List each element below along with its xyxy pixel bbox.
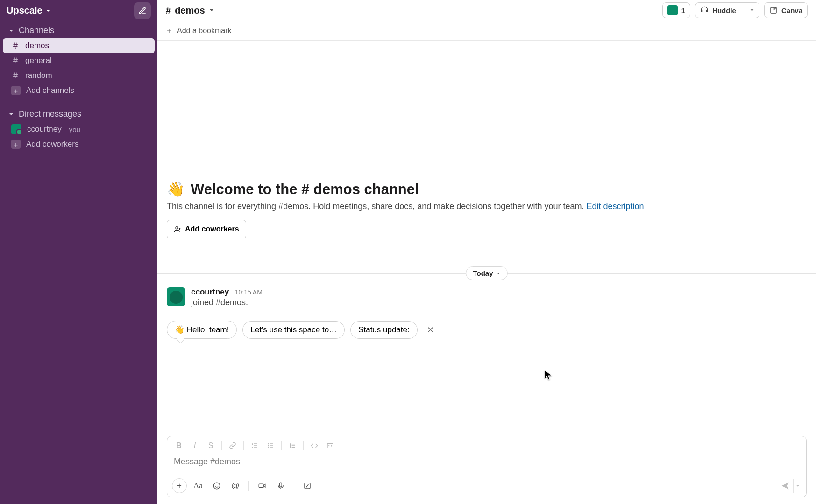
bullet-list-button[interactable] [263, 439, 277, 452]
canvas-button[interactable]: Canva [764, 2, 808, 18]
message-scroll-area[interactable]: 👋 Welcome to the # demos channel This ch… [157, 41, 816, 436]
channel-list: # demos # general # random + Add channel… [0, 38, 157, 98]
avatar[interactable] [167, 287, 185, 306]
hash-icon: # [166, 5, 171, 16]
code-icon [311, 442, 318, 449]
format-toggle-button[interactable]: Aa [191, 478, 206, 493]
add-coworkers-button[interactable]: Add coworkers [167, 220, 246, 238]
dm-label: Direct messages [19, 109, 81, 119]
bullet-list-icon [267, 442, 274, 449]
dm-section-header[interactable]: Direct messages [0, 105, 157, 122]
chevron-down-icon [750, 8, 754, 13]
add-channels-label: Add channels [26, 86, 74, 95]
svg-point-1 [176, 227, 178, 229]
emoji-button[interactable] [209, 478, 224, 493]
dm-item-self[interactable]: ccourtney you [3, 122, 155, 137]
main: # demos 1 Huddle Canva [157, 0, 816, 504]
video-button[interactable] [255, 478, 270, 493]
suggestion-row: 👋 Hello, team! Let's use this space to… … [157, 310, 816, 343]
member-count-button[interactable]: 1 [662, 2, 690, 18]
add-coworkers-label: Add coworkers [26, 140, 78, 149]
message-author[interactable]: ccourtney [191, 287, 229, 296]
channel-title: demos [175, 5, 205, 16]
channel-name: general [25, 56, 52, 65]
svg-rect-7 [259, 484, 263, 488]
add-bookmark[interactable]: Add a bookmark [157, 21, 816, 41]
channel-item-demos[interactable]: # demos [3, 38, 155, 53]
bold-button[interactable]: B [172, 439, 186, 452]
add-channels[interactable]: + Add channels [3, 83, 155, 98]
canvas-label: Canva [781, 7, 802, 14]
workspace-name: Upscale [7, 5, 43, 16]
blockquote-button[interactable] [285, 439, 299, 452]
caret-down-icon [8, 112, 14, 117]
channel-name: demos [25, 41, 49, 50]
huddle-button[interactable]: Huddle [695, 2, 759, 18]
blockquote-icon [289, 442, 296, 449]
plus-icon [166, 28, 172, 34]
channel-item-general[interactable]: # general [3, 53, 155, 68]
suggestion-hello[interactable]: 👋 Hello, team! [167, 321, 237, 339]
dismiss-suggestions[interactable]: ✕ [423, 323, 438, 337]
channels-section-header[interactable]: Channels [0, 21, 157, 38]
channel-item-random[interactable]: # random [3, 68, 155, 83]
member-count: 1 [681, 7, 685, 14]
add-coworkers[interactable]: + Add coworkers [3, 137, 155, 152]
svg-point-2 [268, 443, 269, 444]
channels-label: Channels [19, 26, 54, 35]
caret-down-icon [8, 28, 14, 34]
ordered-list-button[interactable] [248, 439, 262, 452]
workspace-switcher[interactable]: Upscale [7, 5, 51, 16]
huddle-menu[interactable] [745, 3, 759, 18]
compose-icon [138, 7, 147, 15]
add-person-icon [174, 225, 181, 233]
message-row[interactable]: ccourtney 10:15 AM joined #demos. [157, 285, 816, 310]
date-label: Today [473, 269, 493, 277]
audio-button[interactable] [273, 478, 288, 493]
date-divider: Today [157, 266, 816, 280]
chevron-down-icon [45, 8, 51, 14]
channel-welcome: 👋 Welcome to the # demos channel This ch… [157, 41, 816, 250]
plus-icon: + [11, 86, 21, 95]
dm-list: ccourtney you + Add coworkers [0, 122, 157, 152]
dm-name: ccourtney [27, 125, 62, 134]
slash-box-icon [303, 482, 312, 490]
plus-icon: + [11, 140, 21, 149]
composer-area: B I S Message #demos + Aa [157, 436, 816, 504]
you-tag: you [69, 126, 80, 133]
add-coworkers-label: Add coworkers [185, 225, 239, 233]
message-input[interactable]: Message #demos [167, 455, 806, 476]
welcome-title: 👋 Welcome to the # demos channel [167, 181, 807, 198]
link-button[interactable] [226, 439, 240, 452]
codeblock-button[interactable] [323, 439, 337, 452]
suggestion-status[interactable]: Status update: [350, 321, 418, 339]
canvas-icon [769, 6, 778, 14]
welcome-description: This channel is for everything #demos. H… [167, 202, 807, 211]
code-button[interactable] [307, 439, 321, 452]
link-icon [229, 442, 236, 449]
hash-icon: # [11, 56, 20, 66]
send-button[interactable] [777, 479, 793, 493]
emoji-icon [213, 482, 221, 490]
italic-button[interactable]: I [188, 439, 202, 452]
video-icon [258, 482, 266, 490]
avatar-icon [11, 124, 21, 134]
wave-emoji: 👋 [167, 181, 185, 198]
shortcuts-button[interactable] [300, 478, 315, 493]
send-options-button[interactable] [793, 479, 802, 493]
edit-description-link[interactable]: Edit description [586, 202, 644, 211]
chevron-down-icon [496, 271, 501, 276]
mention-button[interactable]: @ [228, 478, 243, 493]
date-jump-button[interactable]: Today [466, 266, 507, 280]
send-icon [781, 481, 790, 490]
message-time[interactable]: 10:15 AM [235, 288, 263, 296]
suggestion-use-space[interactable]: Let's use this space to… [242, 321, 345, 339]
compose-button[interactable] [134, 2, 151, 19]
hash-icon: # [11, 41, 20, 51]
welcome-title-text: Welcome to the # demos channel [191, 181, 419, 198]
channel-name: random [25, 71, 52, 80]
channel-title-button[interactable]: # demos [166, 5, 214, 16]
strike-button[interactable]: S [204, 439, 218, 452]
headphones-icon [700, 6, 709, 14]
attach-button[interactable]: + [172, 478, 187, 493]
